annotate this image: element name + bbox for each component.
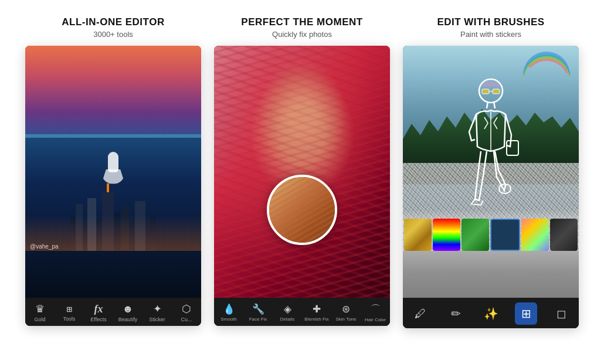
skintone-icon: ⊛ bbox=[342, 303, 350, 315]
toolbar-facefix-label: Face Fix bbox=[249, 317, 267, 322]
panel-all-in-one: ALL-IN-ONE EDITOR 3000+ tools bbox=[25, 16, 201, 326]
face-area bbox=[258, 59, 346, 172]
panel2-toolbar: 💧 Smooth 🔧 Face Fix ◈ Details ✚ Blemish … bbox=[214, 298, 390, 326]
panel2-phone-frame: 💧 Smooth 🔧 Face Fix ◈ Details ✚ Blemish … bbox=[214, 46, 390, 326]
panel3-phone-frame: 🖊 ✏ ✨ ⊞ ◻ bbox=[403, 46, 579, 328]
panel3-image bbox=[403, 46, 579, 298]
crown-icon: ♛ bbox=[35, 302, 45, 315]
pen-icon: 🖊 bbox=[415, 307, 426, 321]
toolbar-haircolor[interactable]: ⌒ Hair Color bbox=[362, 302, 389, 322]
panel1-water-surface bbox=[25, 134, 201, 138]
panel1-image: @vahe_pa bbox=[25, 46, 201, 298]
panel3-toolbar: 🖊 ✏ ✨ ⊞ ◻ bbox=[403, 298, 579, 328]
brush-strips bbox=[403, 219, 579, 251]
toolbar-brush-sparkle[interactable]: ✨ bbox=[480, 302, 502, 325]
toolbar-effects-label: Effects bbox=[90, 317, 106, 322]
panel2-title: PERFECT THE MOMENT bbox=[241, 16, 362, 28]
tools-icon: ⊞ bbox=[66, 304, 72, 315]
grid-icon: ⊞ bbox=[521, 307, 531, 321]
circle-hair-strands bbox=[269, 177, 335, 243]
toolbar-tools-label: Tools bbox=[63, 316, 75, 322]
panel2-subtitle: Quickly fix photos bbox=[272, 30, 332, 39]
svg-rect-2 bbox=[493, 89, 500, 94]
toolbar-sticker[interactable]: ✦ Sticker bbox=[145, 302, 169, 322]
toolbar-brush-pencil[interactable]: ✏ bbox=[444, 302, 467, 325]
toolbar-beautify-label: Beautify bbox=[118, 317, 138, 322]
toolbar-sticker-label: Sticker bbox=[149, 317, 165, 322]
toolbar-brush-eraser[interactable]: ◻ bbox=[550, 302, 572, 325]
panel3-subtitle: Paint with stickers bbox=[460, 30, 521, 39]
panel-edit-brushes: EDIT WITH BRUSHES Paint with stickers bbox=[403, 16, 579, 328]
toolbar-facefix[interactable]: 🔧 Face Fix bbox=[245, 303, 272, 322]
toolbar-brush-pen[interactable]: 🖊 bbox=[409, 302, 432, 325]
svg-rect-1 bbox=[482, 89, 489, 94]
toolbar-skintone-label: Skin Tone bbox=[336, 317, 357, 322]
watermark: @vahe_pa bbox=[30, 243, 59, 250]
toolbar-beautify[interactable]: ☻ Beautify bbox=[116, 303, 140, 322]
panel-perfect-moment: PERFECT THE MOMENT Quickly fix photos bbox=[214, 16, 390, 326]
circle-inner bbox=[269, 177, 335, 243]
toolbar-smooth-label: Smooth bbox=[220, 317, 237, 322]
smooth-icon: 💧 bbox=[223, 303, 235, 315]
toolbar-tools[interactable]: ⊞ Tools bbox=[57, 304, 81, 322]
panel1-toolbar: ♛ Gold ⊞ Tools fx Effects ☻ Beautify ✦ bbox=[25, 298, 201, 326]
toolbar-skintone[interactable]: ⊛ Skin Tone bbox=[333, 303, 359, 322]
figure-body bbox=[108, 152, 118, 172]
pencil-icon: ✏ bbox=[451, 307, 461, 321]
effects-icon: fx bbox=[94, 303, 103, 315]
underwater-figure bbox=[104, 152, 122, 187]
toolbar-blemish[interactable]: ✚ Blemish Fix bbox=[304, 303, 330, 322]
svg-rect-7 bbox=[507, 141, 518, 155]
cube-icon: ⬡ bbox=[182, 302, 191, 315]
details-icon: ◈ bbox=[284, 303, 291, 315]
haircolor-icon: ⌒ bbox=[371, 302, 381, 316]
panel2-circle-inset bbox=[267, 175, 337, 245]
blemish-icon: ✚ bbox=[313, 303, 321, 315]
toolbar-haircolor-label: Hair Color bbox=[365, 317, 386, 322]
panel1-title: ALL-IN-ONE EDITOR bbox=[62, 16, 164, 28]
figure-dress bbox=[101, 169, 125, 184]
toolbar-gold-label: Gold bbox=[34, 317, 45, 322]
panel2-image bbox=[214, 46, 390, 298]
toolbar-effects[interactable]: fx Effects bbox=[87, 303, 110, 322]
toolbar-cube[interactable]: ⬡ Cu... bbox=[175, 302, 198, 322]
toolbar-blemish-label: Blemish Fix bbox=[304, 317, 328, 322]
toolbar-smooth[interactable]: 💧 Smooth bbox=[216, 303, 242, 322]
panel1-phone-frame: @vahe_pa ♛ Gold ⊞ Tools fx Effects ☻ bbox=[25, 46, 201, 326]
brush-strip-green[interactable] bbox=[462, 219, 489, 251]
toolbar-details-label: Details bbox=[280, 317, 294, 322]
panel1-subtitle: 3000+ tools bbox=[93, 30, 133, 39]
facefix-icon: 🔧 bbox=[252, 303, 264, 315]
toolbar-gold[interactable]: ♛ Gold bbox=[28, 302, 52, 322]
brush-strip-confetti[interactable] bbox=[521, 219, 549, 251]
toolbar-details[interactable]: ◈ Details bbox=[274, 303, 301, 322]
brush-strip-gold[interactable] bbox=[404, 219, 432, 251]
panels-container: ALL-IN-ONE EDITOR 3000+ tools bbox=[18, 16, 586, 328]
sparkle-icon: ✨ bbox=[484, 307, 498, 321]
beautify-icon: ☻ bbox=[123, 303, 134, 315]
toolbar-brush-grid[interactable]: ⊞ bbox=[515, 302, 537, 325]
eraser-icon: ◻ bbox=[557, 307, 566, 321]
panel3-title: EDIT WITH BRUSHES bbox=[437, 16, 544, 28]
brush-strip-rainbow[interactable] bbox=[433, 219, 460, 251]
panel1-sky bbox=[25, 46, 201, 141]
sticker-icon: ✦ bbox=[153, 302, 162, 315]
brush-strip-dark[interactable] bbox=[550, 219, 578, 251]
toolbar-cube-label: Cu... bbox=[181, 317, 192, 322]
brush-strip-selected[interactable] bbox=[490, 219, 520, 251]
